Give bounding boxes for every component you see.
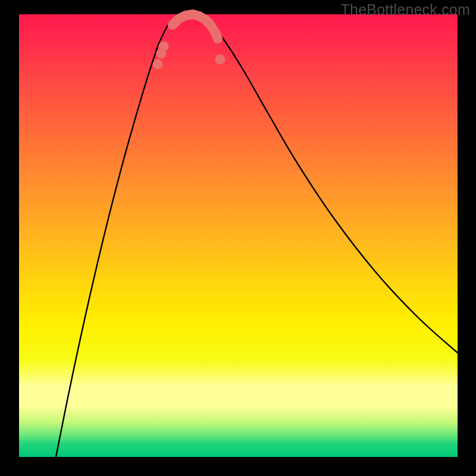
marker-dot [159, 42, 169, 52]
curve-line [56, 14, 458, 457]
marker-segment [173, 14, 218, 39]
marker-dot [215, 55, 226, 65]
outer-frame: TheBottleneck.com [0, 0, 476, 476]
bottleneck-curve [19, 14, 458, 457]
marker-dot [153, 60, 163, 70]
